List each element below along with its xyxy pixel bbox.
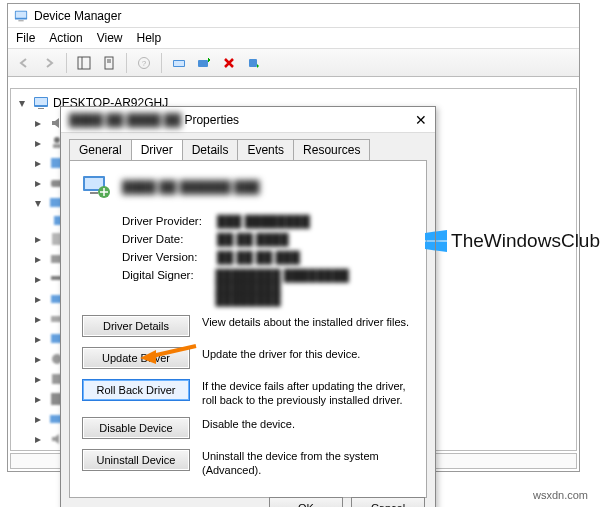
- tab-resources[interactable]: Resources: [293, 139, 370, 160]
- svg-rect-5: [105, 57, 113, 69]
- svg-marker-44: [436, 230, 447, 241]
- svg-rect-39: [90, 192, 98, 194]
- update-driver-button[interactable]: Update Driver: [82, 347, 190, 369]
- computer-icon: [33, 95, 49, 111]
- svg-marker-45: [425, 242, 435, 251]
- app-icon: [14, 9, 28, 23]
- menu-bar: File Action View Help: [8, 28, 579, 49]
- date-value-blurred: ██ ██ ████: [217, 233, 289, 245]
- svg-rect-11: [174, 61, 184, 66]
- uninstall-device-button[interactable]: [218, 52, 240, 74]
- source-text: wsxdn.com: [533, 489, 588, 501]
- ok-button[interactable]: OK: [269, 497, 343, 507]
- svg-marker-46: [436, 242, 447, 253]
- svg-rect-12: [198, 60, 208, 67]
- disable-device-button[interactable]: Disable Device: [82, 417, 190, 439]
- show-hide-tree-button[interactable]: [73, 52, 95, 74]
- menu-action[interactable]: Action: [49, 31, 82, 45]
- update-desc: Update the driver for this device.: [202, 347, 414, 361]
- tab-general[interactable]: General: [69, 139, 132, 160]
- menu-file[interactable]: File: [16, 31, 35, 45]
- scan-hardware-button[interactable]: [168, 52, 190, 74]
- svg-rect-13: [249, 59, 257, 67]
- twisty-collapsed-icon[interactable]: ▸: [35, 113, 45, 133]
- window-title: Device Manager: [34, 9, 121, 23]
- toolbar: ?: [8, 49, 579, 77]
- twisty-expanded-icon[interactable]: ▾: [19, 93, 29, 113]
- properties-dialog: ████ ██ ████ ██ Properties ✕ General Dri…: [60, 106, 436, 507]
- help-button: ?: [133, 52, 155, 74]
- svg-rect-15: [35, 98, 47, 105]
- uninstall-desc: Uninstall the device from the system (Ad…: [202, 449, 414, 477]
- device-name-blurred: ████ ██ ██████ ███: [122, 180, 260, 194]
- forward-button: [38, 52, 60, 74]
- date-label: Driver Date:: [122, 233, 217, 245]
- properties-button[interactable]: [98, 52, 120, 74]
- tabs: General Driver Details Events Resources: [61, 133, 435, 160]
- driver-panel: ████ ██ ██████ ███ Driver Provider:███ █…: [69, 160, 427, 498]
- watermark-text: TheWindowsClub: [451, 230, 600, 252]
- menu-view[interactable]: View: [97, 31, 123, 45]
- cancel-button[interactable]: Cancel: [351, 497, 425, 507]
- windows-logo-icon: [425, 230, 447, 252]
- uninstall-device-button[interactable]: Uninstall Device: [82, 449, 190, 471]
- provider-value-blurred: ███ ████████: [217, 215, 310, 227]
- titlebar: Device Manager: [8, 4, 579, 28]
- version-value-blurred: ██ ██ ██ ███: [217, 251, 300, 263]
- svg-rect-3: [78, 57, 90, 69]
- disable-desc: Disable the device.: [202, 417, 414, 431]
- svg-text:?: ?: [142, 59, 147, 68]
- tab-details[interactable]: Details: [182, 139, 239, 160]
- rollback-desc: If the device fails after updating the d…: [202, 379, 414, 407]
- back-button: [13, 52, 35, 74]
- svg-rect-2: [18, 20, 23, 21]
- tab-driver[interactable]: Driver: [131, 139, 183, 160]
- dialog-title-suffix: Properties: [184, 113, 239, 127]
- svg-rect-16: [38, 108, 44, 109]
- svg-rect-1: [16, 11, 27, 17]
- menu-help[interactable]: Help: [137, 31, 162, 45]
- signer-label: Digital Signer:: [122, 269, 215, 305]
- update-driver-button[interactable]: [193, 52, 215, 74]
- signer-value-blurred: ████████ ████████ ████████████████: [215, 269, 414, 305]
- disable-device-button[interactable]: [243, 52, 265, 74]
- watermark: TheWindowsClub: [425, 230, 600, 252]
- details-desc: View details about the installed driver …: [202, 315, 414, 329]
- tab-events[interactable]: Events: [237, 139, 294, 160]
- version-label: Driver Version:: [122, 251, 217, 263]
- provider-label: Driver Provider:: [122, 215, 217, 227]
- driver-details-button[interactable]: Driver Details: [82, 315, 190, 337]
- dialog-titlebar: ████ ██ ████ ██ Properties ✕: [61, 107, 435, 133]
- close-icon[interactable]: ✕: [415, 112, 427, 128]
- rollback-driver-button[interactable]: Roll Back Driver: [82, 379, 190, 401]
- device-large-icon: [82, 173, 112, 201]
- device-name-blurred: ████ ██ ████ ██: [69, 113, 181, 127]
- svg-marker-43: [425, 232, 435, 241]
